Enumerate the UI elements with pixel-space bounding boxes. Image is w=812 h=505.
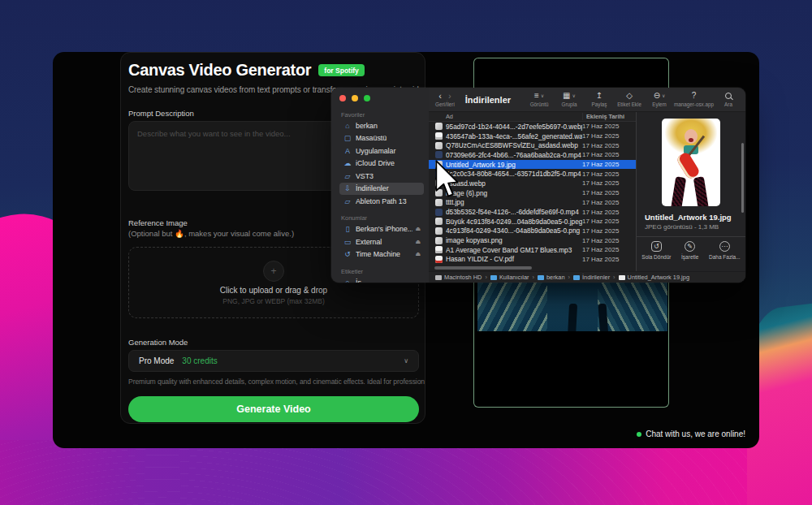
file-row[interactable]: Hasan YILDIZ - CV.pdf 17 Haz 2025 bbox=[429, 255, 636, 265]
file-row[interactable]: 07309e66-2fc4-4b66...-76aa6baab2ca-0.mp4… bbox=[429, 150, 636, 160]
file-date-added: 17 Haz 2025 bbox=[582, 161, 636, 168]
breadcrumb[interactable]: Kullanıcılar bbox=[490, 274, 538, 281]
page-title: Canvas Video Generator bbox=[128, 61, 311, 80]
file-name: 95ad97cd-1b24-4044...-2d7eefe5b697-0.web… bbox=[446, 123, 582, 131]
sidebar-item[interactable]: A Uygulamalar bbox=[339, 145, 424, 158]
breadcrumb[interactable]: Untitled_Artwork 19.jpg bbox=[619, 274, 689, 281]
light-streaks-right bbox=[598, 282, 667, 331]
more-button[interactable]: ⋯ Daha Fazla... bbox=[709, 241, 741, 260]
forward-icon[interactable]: › bbox=[448, 92, 451, 101]
file-row[interactable]: 436547ab-133a-4eca-...56afe2_generated.w… bbox=[429, 132, 636, 141]
share-button[interactable]: ↥ Paylaş bbox=[589, 92, 610, 107]
finder-body: Ad Ekleniş Tarihi 95ad97cd-1b24-4044...-… bbox=[429, 112, 745, 271]
file-name: 436547ab-133a-4eca-...56afe2_generated.w… bbox=[446, 132, 582, 140]
breadcrumb[interactable]: berkan bbox=[538, 274, 573, 281]
share-icon: ↥ bbox=[596, 92, 603, 100]
folder-icon bbox=[490, 275, 497, 280]
preview-thumbnail[interactable] bbox=[662, 119, 720, 206]
file-name: Hasan YILDIZ - CV.pdf bbox=[446, 255, 582, 263]
sidebar-item[interactable]: ▯ Berkan's iPhone... ⏏ bbox=[339, 223, 424, 236]
file-row[interactable]: 4c913f84-0249-4340...-04a8b9da0ea5-0.png… bbox=[429, 227, 636, 236]
sidebar-item-label: Konumlar bbox=[341, 214, 421, 222]
sidebar-item[interactable]: Konumlar bbox=[339, 214, 424, 223]
sidebar-item-label: Favoriler bbox=[341, 111, 421, 119]
file-type-icon bbox=[435, 237, 443, 244]
eject-icon[interactable]: ⏏ bbox=[415, 239, 421, 245]
eject-icon[interactable]: ⏏ bbox=[415, 226, 421, 232]
file-date-added: 17 Haz 2025 bbox=[582, 132, 636, 140]
breadcrumb[interactable]: İndirilenler bbox=[573, 274, 619, 281]
sidebar-item[interactable]: ▱ VST3 bbox=[339, 170, 424, 183]
more-icon: ⋯ bbox=[719, 241, 730, 252]
rotate-left-icon: ↺ bbox=[651, 241, 662, 252]
list-header[interactable]: Ad Ekleniş Tarihi bbox=[429, 112, 636, 122]
chat-status[interactable]: Chat with us, we are online! bbox=[637, 429, 745, 438]
generation-mode-label: Generation Mode bbox=[128, 338, 417, 347]
file-row[interactable]: 95ad97cd-1b24-4044...-2d7eefe5b697-0.web… bbox=[429, 122, 636, 132]
horizontal-scrollbar[interactable] bbox=[434, 266, 532, 270]
file-row[interactable]: Q78UzCmAcES8BWFSvlZEu_asdasd.webp 17 Haz… bbox=[429, 140, 636, 150]
sidebar-item-icon: ▯ bbox=[343, 225, 352, 233]
chevron-down-icon: ∨ bbox=[572, 93, 576, 98]
upload-formats: PNG, JPG or WEBP (max 32MB) bbox=[222, 297, 324, 305]
vertical-scrollbar[interactable] bbox=[741, 143, 744, 213]
group-button[interactable]: ▦∨ Grupla bbox=[559, 92, 580, 107]
action-menu-icon: ⊖ bbox=[654, 92, 660, 100]
list-view-icon: ≡ bbox=[534, 92, 539, 100]
sidebar-item[interactable]: ○ İş bbox=[339, 276, 424, 283]
file-type-icon bbox=[435, 227, 443, 235]
breadcrumb[interactable]: Macintosh HD bbox=[435, 274, 490, 281]
file-row[interactable]: image kopyası.png 17 Haz 2025 bbox=[429, 235, 636, 245]
artwork-leg bbox=[671, 176, 686, 206]
sidebar-item-icon: A bbox=[343, 147, 352, 155]
search-button[interactable]: Ara bbox=[718, 92, 739, 107]
generate-video-button[interactable]: Generate Video bbox=[128, 396, 419, 422]
action-button[interactable]: ⊖∨ Eylem bbox=[649, 92, 670, 107]
folder-icon bbox=[619, 275, 625, 280]
back-icon[interactable]: ‹ bbox=[438, 92, 442, 101]
zoom-button[interactable] bbox=[364, 95, 370, 101]
view-button[interactable]: ≡∨ Görüntü bbox=[529, 92, 550, 107]
file-row[interactable]: tttt.jpg 17 Haz 2025 bbox=[429, 198, 636, 208]
close-button[interactable] bbox=[339, 95, 346, 101]
tag-icon: ◇ bbox=[626, 92, 633, 100]
eject-icon[interactable]: ⏏ bbox=[415, 251, 421, 257]
search-icon bbox=[725, 93, 732, 99]
file-date-added: 17 Haz 2025 bbox=[582, 142, 636, 149]
sidebar-item[interactable]: Favoriler bbox=[339, 110, 424, 119]
file-date-added: 17 Haz 2025 bbox=[582, 179, 636, 187]
finder-sidebar: Favoriler ⌂ berkan ▢ Masaüstü bbox=[331, 88, 429, 283]
sidebar-item[interactable]: ⌂ berkan bbox=[339, 119, 424, 132]
sidebar-item-label: Berkan's iPhone... bbox=[356, 225, 412, 233]
sidebar-item-icon: ⌂ bbox=[343, 122, 352, 130]
rotate-left-button[interactable]: ↺ Sola Döndür bbox=[641, 241, 671, 260]
preview-file-meta: JPEG görüntüsü - 1,3 MB bbox=[637, 223, 719, 231]
manager-app-button[interactable]: ? manager-osx.app bbox=[679, 92, 709, 107]
sidebar-item[interactable]: ⇩ İndirilenler bbox=[339, 183, 424, 196]
file-type-icon bbox=[435, 246, 443, 253]
sidebar-item-icon: ↺ bbox=[343, 250, 352, 258]
file-name: asdasd.webp bbox=[446, 179, 582, 188]
file-row[interactable]: Büyük 4c913f84-0249...04a8b9da0ea5-0.jpe… bbox=[429, 217, 636, 227]
column-date-added[interactable]: Ekleniş Tarihi bbox=[582, 113, 636, 120]
sidebar-item[interactable]: ▭ External ⏏ bbox=[339, 235, 424, 248]
markup-button[interactable]: ✎ İşaretle bbox=[681, 241, 698, 260]
desktop: Canvas Video Generator for Spotify Creat… bbox=[0, 0, 812, 505]
finder-window-title: İndirilenler bbox=[465, 95, 511, 105]
file-date-added: 17 Haz 2025 bbox=[582, 199, 636, 206]
sidebar-item[interactable]: ▱ Ableton Path 13 bbox=[339, 195, 424, 208]
silhouette-figure bbox=[568, 304, 577, 331]
add-tag-button[interactable]: ◇ Etiket Ekle bbox=[619, 92, 640, 107]
column-name[interactable]: Ad bbox=[446, 113, 453, 120]
sidebar-item-icon: ☁ bbox=[343, 159, 352, 167]
file-row[interactable]: A1 Average Cover Band GM17 Blues.mp3 17 … bbox=[429, 245, 636, 255]
sidebar-item[interactable]: ▢ Masaüstü bbox=[339, 132, 424, 145]
sidebar-item[interactable]: ↺ Time Machine ⏏ bbox=[339, 248, 424, 261]
sidebar-item[interactable]: Etiketler bbox=[339, 266, 424, 276]
generation-mode-select[interactable]: Pro Mode 30 credits ∨ bbox=[128, 350, 419, 372]
sidebar-item[interactable]: ☁ iCloud Drive bbox=[339, 158, 424, 170]
file-row[interactable]: d53b5352-f54e-4126-...-6ddefdf5e69f-0.mp… bbox=[429, 207, 636, 217]
minimize-button[interactable] bbox=[352, 95, 358, 101]
sidebar-item-icon: ⇩ bbox=[343, 184, 352, 192]
video-preview-frame[interactable] bbox=[477, 282, 667, 331]
